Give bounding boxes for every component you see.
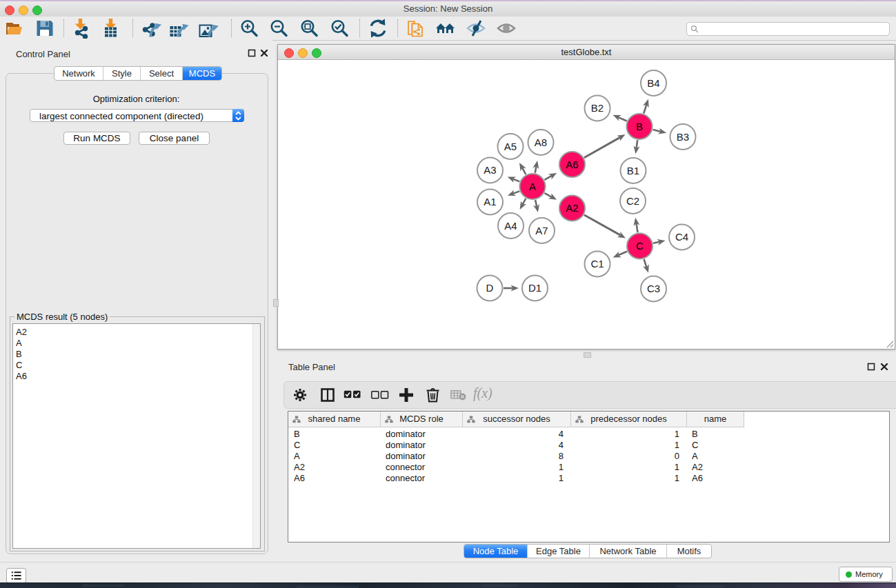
svg-text:D1: D1: [528, 282, 541, 294]
svg-text:C4: C4: [675, 231, 688, 243]
svg-text:A1: A1: [484, 196, 496, 207]
svg-text:B4: B4: [647, 77, 659, 89]
svg-text:A4: A4: [504, 220, 517, 232]
svg-text:C2: C2: [626, 195, 639, 207]
svg-text:B: B: [636, 121, 643, 132]
svg-text:A6: A6: [566, 159, 578, 170]
svg-text:C3: C3: [647, 283, 660, 294]
svg-text:C: C: [636, 240, 644, 252]
svg-text:A5: A5: [504, 141, 517, 152]
svg-text:B2: B2: [591, 102, 604, 114]
svg-text:B1: B1: [627, 165, 639, 176]
svg-text:A2: A2: [566, 202, 578, 214]
svg-text:A: A: [529, 181, 536, 192]
svg-text:A7: A7: [535, 225, 548, 236]
svg-text:A8: A8: [535, 136, 547, 148]
svg-text:A3: A3: [484, 164, 496, 176]
svg-text:B3: B3: [677, 131, 689, 143]
svg-text:C1: C1: [590, 258, 604, 270]
svg-text:D: D: [486, 282, 494, 294]
